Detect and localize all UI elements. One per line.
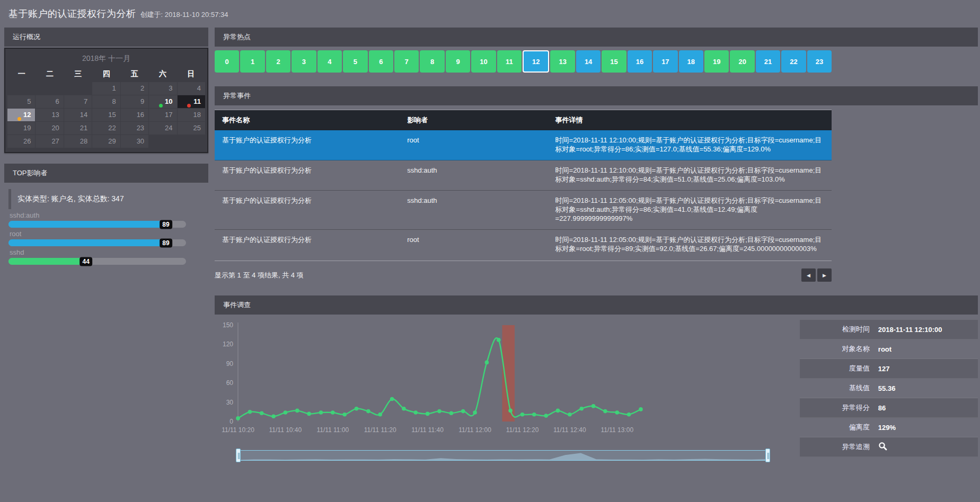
hotspot-hour-8[interactable]: 8 — [420, 50, 444, 73]
data-point[interactable] — [378, 413, 382, 417]
slider-left-handle[interactable] — [236, 449, 241, 462]
hotspot-hour-22[interactable]: 22 — [781, 50, 806, 73]
hotspot-hour-14[interactable]: 14 — [576, 50, 601, 73]
data-point[interactable] — [331, 410, 335, 415]
calendar-day-4[interactable]: 4 — [178, 82, 205, 95]
data-point[interactable] — [579, 407, 584, 411]
hotspot-hour-7[interactable]: 7 — [394, 50, 419, 73]
calendar-day-2[interactable]: 2 — [121, 82, 148, 95]
table-row[interactable]: 基于账户的认证授权行为分析sshd:auth时间=2018-11-11 12:1… — [215, 160, 832, 191]
calendar-day-3[interactable]: 3 — [149, 82, 176, 95]
data-point[interactable] — [342, 413, 347, 417]
calendar-day-11[interactable]: 11 — [178, 95, 205, 108]
hotspot-hour-12[interactable]: 12 — [523, 50, 549, 73]
calendar-day-28[interactable]: 28 — [64, 135, 92, 148]
calendar-day-5[interactable]: 5 — [7, 95, 35, 108]
calendar-day-23[interactable]: 23 — [121, 122, 148, 135]
pagination-next-button[interactable]: ▶ — [817, 268, 832, 282]
calendar-day-8[interactable]: 8 — [92, 95, 120, 108]
hotspot-hour-11[interactable]: 11 — [497, 50, 522, 73]
data-point[interactable] — [284, 410, 288, 415]
table-row[interactable]: 基于账户的认证授权行为分析sshd:auth时间=2018-11-11 12:0… — [215, 191, 832, 230]
calendar-day-27[interactable]: 27 — [36, 135, 63, 148]
data-point[interactable] — [437, 409, 442, 414]
data-point[interactable] — [414, 410, 418, 415]
events-column-header[interactable]: 事件名称 — [215, 110, 400, 130]
hotspot-hour-18[interactable]: 18 — [679, 50, 703, 73]
anomaly-trace-button[interactable] — [878, 442, 887, 451]
data-point[interactable] — [639, 407, 643, 411]
calendar-day-19[interactable]: 19 — [7, 122, 35, 135]
hotspot-hour-21[interactable]: 21 — [756, 50, 780, 73]
data-point[interactable] — [627, 413, 631, 417]
hotspot-hour-15[interactable]: 15 — [602, 50, 626, 73]
hotspot-hour-23[interactable]: 23 — [807, 50, 832, 73]
calendar-day-9[interactable]: 9 — [121, 95, 148, 108]
calendar-day-1[interactable]: 1 — [92, 82, 120, 95]
calendar-day-26[interactable]: 26 — [7, 135, 35, 148]
data-point[interactable] — [307, 412, 311, 416]
calendar-day-22[interactable]: 22 — [92, 122, 120, 135]
hotspot-hour-1[interactable]: 1 — [240, 50, 264, 73]
hotspot-hour-2[interactable]: 2 — [266, 50, 290, 73]
calendar-day-30[interactable]: 30 — [121, 135, 148, 148]
data-point[interactable] — [591, 404, 596, 408]
calendar-day-25[interactable]: 25 — [178, 122, 205, 135]
calendar-day-16[interactable]: 16 — [121, 109, 148, 121]
hotspot-hour-6[interactable]: 6 — [369, 50, 393, 73]
calendar-day-20[interactable]: 20 — [36, 122, 63, 135]
hotspot-hour-13[interactable]: 13 — [550, 50, 575, 73]
slider-right-handle[interactable] — [765, 449, 770, 462]
data-point[interactable] — [426, 412, 430, 416]
calendar-day-6[interactable]: 6 — [36, 95, 63, 108]
data-point[interactable] — [461, 409, 465, 414]
hotspot-hour-3[interactable]: 3 — [292, 50, 316, 73]
data-point[interactable] — [236, 416, 240, 420]
data-point[interactable] — [532, 413, 536, 417]
data-point[interactable] — [556, 409, 560, 413]
hotspot-hour-17[interactable]: 17 — [653, 50, 677, 73]
time-range-slider[interactable] — [238, 450, 768, 461]
table-row[interactable]: 基于账户的认证授权行为分析root时间=2018-11-11 12:10:00;… — [215, 130, 832, 160]
hotspot-hour-5[interactable]: 5 — [343, 50, 367, 73]
data-point[interactable] — [366, 409, 370, 414]
hotspot-hour-20[interactable]: 20 — [730, 50, 754, 73]
hotspot-hour-19[interactable]: 19 — [704, 50, 729, 73]
data-point[interactable] — [295, 409, 299, 413]
calendar-day-13[interactable]: 13 — [36, 109, 63, 121]
calendar-day-21[interactable]: 21 — [64, 122, 92, 135]
hotspot-hour-10[interactable]: 10 — [471, 50, 496, 73]
pagination-prev-button[interactable]: ◀ — [801, 268, 816, 282]
calendar-day-29[interactable]: 29 — [92, 135, 120, 148]
data-point[interactable] — [497, 338, 501, 342]
hotspot-hour-9[interactable]: 9 — [446, 50, 470, 73]
data-point[interactable] — [271, 415, 276, 419]
calendar-day-12[interactable]: 12 — [7, 109, 35, 121]
calendar-day-24[interactable]: 24 — [149, 122, 176, 135]
data-point[interactable] — [544, 414, 548, 418]
data-point[interactable] — [449, 411, 454, 415]
calendar-day-17[interactable]: 17 — [149, 109, 176, 121]
calendar-day-18[interactable]: 18 — [178, 109, 205, 121]
data-point[interactable] — [355, 407, 359, 411]
hotspot-hour-16[interactable]: 16 — [628, 50, 652, 73]
data-point[interactable] — [319, 410, 323, 415]
data-point[interactable] — [260, 411, 264, 415]
data-point[interactable] — [508, 409, 513, 413]
data-point[interactable] — [568, 413, 572, 417]
hotspot-hour-0[interactable]: 0 — [215, 50, 239, 73]
events-column-header[interactable]: 影响者 — [400, 110, 548, 130]
data-point[interactable] — [485, 361, 489, 365]
events-column-header[interactable]: 事件详情 — [548, 110, 832, 130]
data-point[interactable] — [248, 410, 252, 414]
calendar-day-10[interactable]: 10 — [149, 95, 176, 108]
data-point[interactable] — [615, 410, 620, 415]
data-point[interactable] — [603, 409, 607, 414]
calendar-day-15[interactable]: 15 — [92, 109, 120, 121]
table-row[interactable]: 基于账户的认证授权行为分析root时间=2018-11-11 12:05:00;… — [215, 230, 832, 260]
data-point[interactable] — [473, 410, 477, 415]
calendar-day-7[interactable]: 7 — [64, 95, 92, 108]
hotspot-hour-4[interactable]: 4 — [317, 50, 342, 73]
data-point[interactable] — [390, 397, 394, 401]
calendar-day-14[interactable]: 14 — [64, 109, 92, 121]
